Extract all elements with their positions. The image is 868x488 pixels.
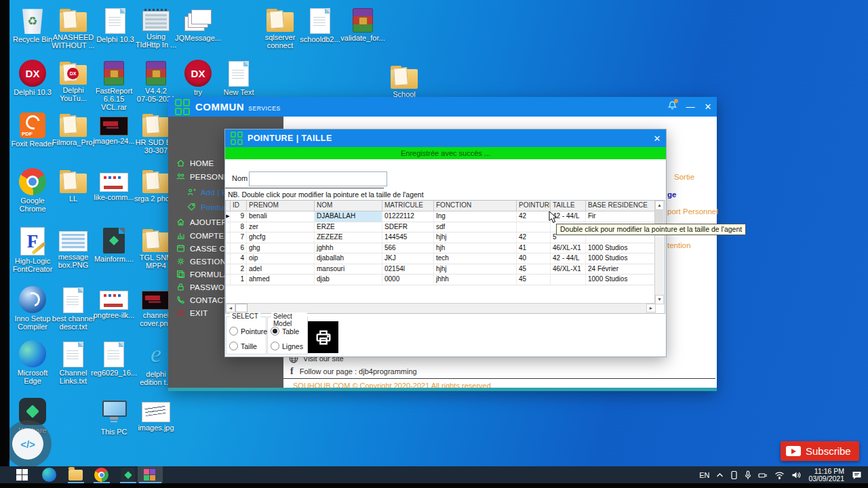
desktop-icon-high-logic-fontcreator[interactable]: FHigh-Logic FontCreator — [9, 226, 56, 273]
desktop-icon-mainform[interactable]: Mainform.... — [91, 226, 137, 263]
main-window-titlebar[interactable]: COMMUN SERVICES — ✕ — [168, 97, 717, 117]
grid-cell[interactable]: tech — [434, 253, 517, 264]
tray-chevron-icon[interactable] — [716, 472, 724, 478]
grid-cell[interactable]: 41 — [517, 243, 551, 253]
nom-input[interactable] — [249, 171, 387, 186]
action-center-icon[interactable] — [852, 470, 862, 480]
column-header-nom[interactable]: NOM — [315, 201, 382, 211]
language-indicator[interactable]: EN — [699, 471, 709, 479]
desktop-icon-jqmessage[interactable]: JQMessage... — [175, 5, 221, 42]
menu-link-tention[interactable]: tention — [667, 241, 691, 249]
grid-cell[interactable]: 9 — [231, 211, 247, 222]
taskbar-filmora-icon[interactable] — [121, 468, 135, 482]
grid-cell[interactable]: 02154l — [382, 264, 434, 274]
grid-cell[interactable]: djab — [315, 274, 382, 285]
desktop-icon-delphi-10-3[interactable]: DXDelphi 10.3 — [9, 58, 56, 96]
grid-cell[interactable]: zer — [247, 222, 315, 232]
grid-cell[interactable]: JKJ — [382, 253, 434, 264]
grid-cell[interactable]: Fir — [586, 211, 656, 222]
desktop-icon-google-chrome[interactable]: Google Chrome — [9, 167, 56, 213]
subscribe-button[interactable]: Subscribe — [781, 441, 859, 461]
desktop-icon-using-tidhttp-in[interactable]: Using TIdHttp In ... — [133, 5, 179, 49]
sidebar-item-exit[interactable]: EXIT — [176, 307, 208, 319]
radio-taille[interactable]: Taille — [229, 342, 257, 350]
grid-cell[interactable]: 6 — [231, 243, 247, 253]
desktop-icon-ll[interactable]: LL — [50, 167, 96, 203]
desktop-icon-pngtree-ilk[interactable]: pngtree-ilk... — [91, 285, 137, 319]
column-header[interactable] — [226, 201, 231, 211]
radio-lignes[interactable]: Lignes — [271, 342, 303, 350]
grid-cell[interactable]: Ing — [434, 211, 517, 222]
grid-cell[interactable]: 24 Février — [586, 264, 656, 274]
taskbar-chrome-icon[interactable] — [94, 468, 108, 482]
grid-cell[interactable]: benali — [247, 211, 315, 222]
scroll-right-arrow[interactable]: ► — [646, 304, 656, 312]
table-row[interactable]: ▶9benaliDJABALLAH01222112Ing4242 - 44/LF… — [226, 211, 665, 222]
close-button[interactable]: ✕ — [699, 102, 717, 112]
tray-wifi-icon[interactable] — [774, 471, 785, 479]
horizontal-scroll-thumb[interactable] — [235, 304, 248, 312]
desktop-icon-fastreport-6-6-15-vcl-rar[interactable]: FastReport 6.6.15 VCL.rar — [91, 58, 137, 111]
grid-cell[interactable]: mansouri — [315, 264, 382, 274]
desktop-icon-microsoft-edge[interactable]: Microsoft Edge — [9, 339, 56, 385]
radio-table[interactable]: Table — [271, 327, 299, 336]
grid-cell[interactable]: 2 — [231, 264, 247, 274]
radio-circle[interactable] — [229, 327, 238, 336]
print-button[interactable] — [308, 321, 338, 353]
grid-cell[interactable]: hjhj — [434, 264, 517, 274]
grid-cell[interactable]: 4 — [231, 253, 247, 264]
grid-cell[interactable]: 01222112 — [382, 211, 434, 222]
desktop-icon-recycle-bin[interactable]: ♻Recycle Bin — [9, 5, 56, 43]
desktop-icon-reg6029-16[interactable]: reg6029_16... — [91, 339, 137, 377]
grid-cell[interactable]: 45 — [517, 264, 551, 274]
grid-cell[interactable]: ERZE — [315, 222, 382, 232]
tray-phone-icon[interactable] — [730, 470, 738, 480]
column-header-fonction[interactable]: FONCTION — [434, 201, 517, 211]
tray-volume-icon[interactable] — [791, 471, 801, 479]
menu-link-port-personnel[interactable]: port Personnel — [667, 207, 718, 216]
table-row[interactable]: 2adelmansouri02154lhjhj4546/XL-X124 Févr… — [226, 264, 665, 275]
table-row[interactable]: 4oipdjaballahJKJtech4042 - 44/L1000 Stud… — [226, 253, 665, 264]
desktop-icon-channel-links-txt[interactable]: Channel Links.txt — [50, 339, 96, 385]
desktop-icon-anasheed-without[interactable]: ANASHEED WITHOUT ... — [50, 5, 96, 49]
scroll-up-arrow[interactable]: ▲ — [655, 201, 664, 210]
grid-cell[interactable] — [517, 222, 551, 232]
radio-circle[interactable] — [271, 327, 279, 336]
grid-cell[interactable]: adel — [247, 264, 315, 274]
menu-link-ge[interactable]: ge — [667, 190, 676, 199]
taskbar-commun-app-icon[interactable] — [143, 468, 157, 482]
sidebar-item-compte-a[interactable]: COMPTE A — [176, 230, 231, 241]
radio-circle[interactable] — [229, 342, 238, 350]
sidebar-item-ajouter[interactable]: AJOUTER — [176, 216, 227, 228]
desktop-icon-try[interactable]: DXtry — [175, 58, 221, 96]
menu-link-sortie[interactable]: Sortie — [674, 173, 694, 181]
grid-cell[interactable]: DJABALLAH — [315, 211, 382, 222]
column-header-matricule[interactable]: MATRICULE — [382, 201, 434, 211]
sidebar-item-home[interactable]: HOME — [176, 157, 214, 169]
follow-page-link[interactable]: f Follow our page : djb4programming — [289, 366, 417, 377]
desktop-icon-sqlserver-connect[interactable]: sqlserver connect — [257, 5, 303, 49]
radio-circle[interactable] — [271, 342, 279, 350]
tray-device-icon[interactable] — [758, 471, 768, 479]
taskbar-clock[interactable]: 11:16 PM 03/09/2021 — [808, 468, 844, 483]
grid-cell[interactable]: 0000 — [382, 274, 434, 285]
grid-cell[interactable]: 40 — [517, 253, 551, 264]
grid-cell[interactable]: 42 — [517, 232, 551, 243]
grid-cell[interactable]: 46/XL-X1 — [551, 243, 586, 253]
grid-cell[interactable]: 42 - 44/L — [551, 253, 586, 264]
desktop-icon-schooldb2[interactable]: schooldb2... — [297, 5, 343, 43]
desktop-icon-images-jpg[interactable]: images.jpg — [133, 396, 179, 432]
grid-cell[interactable]: 144545 — [382, 232, 434, 243]
table-row[interactable]: 6ghgjghhh566hjh4146/XL-X11000 Studios — [226, 243, 665, 254]
taskbar-explorer-icon[interactable] — [68, 470, 83, 481]
grid-cell[interactable]: SDEFR — [382, 222, 434, 232]
grid-cell[interactable]: 42 — [517, 211, 551, 222]
desktop-icon-inno-setup-compiler[interactable]: Inno Setup Compiler — [9, 285, 56, 331]
grid-cell[interactable]: 1000 Studios — [586, 253, 656, 264]
vertical-scroll-thumb[interactable] — [655, 210, 664, 225]
desktop-icon-like-comm[interactable]: like-comm... — [91, 167, 137, 201]
column-header-base-residence[interactable]: BASE RESIDENCE — [586, 201, 656, 211]
radio-pointure[interactable]: Pointure — [229, 327, 267, 336]
table-row[interactable]: 1ahmeddjab0000jhhh451000 Studios — [226, 274, 665, 285]
desktop-icon-message-box-png[interactable]: message box.PNG — [50, 226, 96, 269]
